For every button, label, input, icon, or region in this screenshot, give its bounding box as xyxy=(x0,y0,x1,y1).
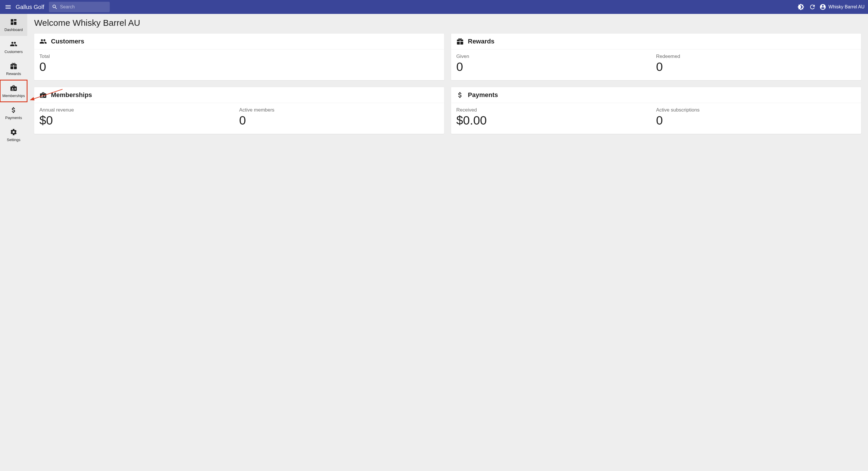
sidebar-item-label: Payments xyxy=(0,116,27,120)
sidebar-item-label: Customers xyxy=(0,50,27,54)
sidebar-item-label: Rewards xyxy=(0,71,27,76)
card-body: Annual revenue $0 Active members 0 xyxy=(34,103,434,134)
card-title: Customers xyxy=(51,38,84,45)
payments-icon xyxy=(10,106,18,114)
metric-value: 0 xyxy=(39,60,434,74)
metric-value: 0 xyxy=(239,114,434,127)
customers-icon xyxy=(10,40,18,48)
metric-revenue: Annual revenue $0 xyxy=(39,107,239,127)
metric-label: Total xyxy=(39,54,434,59)
sidebar-item-dashboard[interactable]: Dashboard xyxy=(0,14,27,36)
sidebar-item-label: Dashboard xyxy=(0,28,27,32)
memberships-icon xyxy=(10,84,18,92)
customers-icon xyxy=(39,38,47,45)
search-icon xyxy=(52,3,58,10)
sidebar-item-customers[interactable]: Customers xyxy=(0,36,27,58)
dashboard-grid: Customers Total 0 Rewards Given 0 xyxy=(34,34,434,134)
metric-value: $0 xyxy=(39,114,239,127)
sidebar-item-label: Settings xyxy=(0,138,27,142)
card-header: Customers xyxy=(34,34,434,50)
menu-button[interactable] xyxy=(2,1,14,13)
sidebar-item-memberships[interactable]: Memberships xyxy=(0,80,27,102)
metric-label: Active members xyxy=(239,107,434,113)
app-title: Gallus Golf xyxy=(16,4,44,10)
memberships-card: Memberships Annual revenue $0 Active mem… xyxy=(34,87,434,134)
sidebar-item-rewards[interactable]: Rewards xyxy=(0,58,27,80)
settings-icon xyxy=(10,128,18,136)
sidebar-item-settings[interactable]: Settings xyxy=(0,124,27,146)
customers-card: Customers Total 0 xyxy=(34,34,434,80)
metric-label: Annual revenue xyxy=(39,107,239,113)
sidebar: Dashboard Customers Rewards Memberships … xyxy=(0,14,27,235)
sidebar-item-payments[interactable]: Payments xyxy=(0,102,27,124)
metric-active-members: Active members 0 xyxy=(239,107,434,127)
dashboard-icon xyxy=(10,18,18,26)
card-header: Memberships xyxy=(34,87,434,103)
rewards-icon xyxy=(10,62,18,70)
app-bar: Gallus Golf Whisky Barrel AU xyxy=(0,0,434,14)
search-input[interactable] xyxy=(60,4,107,9)
search-box[interactable] xyxy=(49,2,110,12)
menu-icon xyxy=(5,3,11,10)
memberships-icon xyxy=(39,91,47,99)
main-content: Welcome Whisky Barrel AU Customers Total… xyxy=(27,14,434,235)
card-body: Total 0 xyxy=(34,50,434,80)
page-title: Welcome Whisky Barrel AU xyxy=(34,18,434,28)
metric-total: Total 0 xyxy=(39,54,434,74)
sidebar-item-label: Memberships xyxy=(0,94,27,98)
card-title: Memberships xyxy=(51,91,92,99)
